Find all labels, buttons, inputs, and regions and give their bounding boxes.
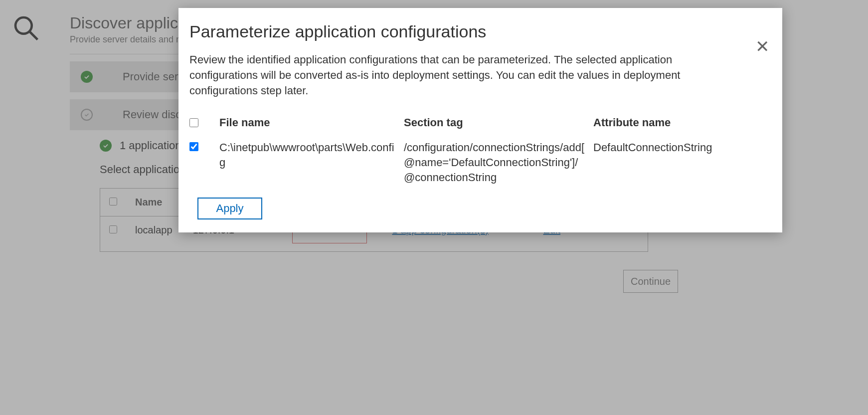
- close-icon[interactable]: ✕: [755, 38, 769, 55]
- col-section: Section tag: [404, 116, 588, 129]
- config-row-checkbox[interactable]: [189, 142, 198, 151]
- config-table: File name Section tag Attribute name C:\…: [189, 116, 766, 185]
- apply-button[interactable]: Apply: [197, 198, 262, 219]
- col-attr: Attribute name: [593, 116, 743, 129]
- cell-file: C:\inetpub\wwwroot\parts\Web.config: [219, 140, 399, 170]
- cell-section: /configuration/connectionStrings/add[@na…: [404, 140, 588, 185]
- select-all-config-checkbox[interactable]: [189, 118, 198, 127]
- modal-title: Parameterize application configurations: [189, 22, 766, 41]
- parameterize-modal: Parameterize application configurations …: [178, 8, 782, 232]
- col-file: File name: [219, 116, 399, 129]
- modal-description: Review the identified application config…: [189, 52, 738, 98]
- cell-attr: DefaultConnectionString: [593, 140, 743, 155]
